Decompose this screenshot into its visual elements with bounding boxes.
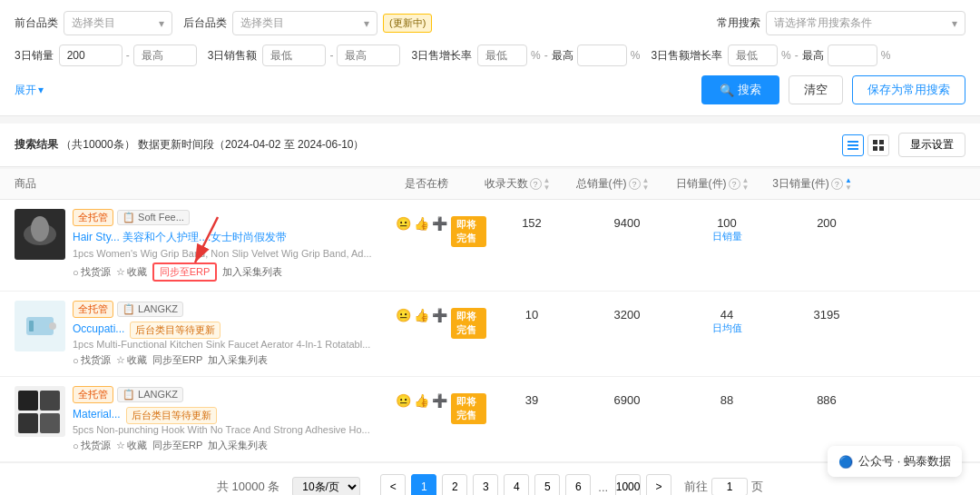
- like-icon-2[interactable]: 👍: [414, 308, 429, 322]
- prev-page-button[interactable]: <: [380, 474, 406, 495]
- backend-category-select[interactable]: 选择类目 ▾: [232, 11, 377, 35]
- tag-brand-1: 📋 Soft Fee...: [117, 210, 190, 225]
- onshelf-badge-3: 即将完售: [451, 393, 486, 424]
- circle-icon: ○: [73, 441, 79, 451]
- daily-link-2[interactable]: 日均值: [677, 322, 777, 335]
- circle-icon: ○: [73, 355, 79, 366]
- collect-2[interactable]: ☆ 收藏: [116, 353, 147, 367]
- results-info: 搜索结果 （共10000条） 数据更新时间段（2024-04-02 至 2024…: [15, 137, 365, 153]
- add-collect-list-2[interactable]: 加入采集列表: [208, 353, 268, 367]
- page-4-button[interactable]: 4: [504, 474, 529, 495]
- search-button[interactable]: 🔍 搜索: [701, 75, 779, 104]
- 3dsales-sort-icon[interactable]: ▲▼: [845, 177, 852, 192]
- star-icon: ☆: [116, 266, 125, 278]
- sales3d-filter: 3日销量 -: [15, 45, 197, 66]
- collect-3[interactable]: ☆ 收藏: [116, 439, 147, 452]
- sales3d-min-input[interactable]: [59, 45, 122, 66]
- watermark-text: 公众号 · 蚂泰数据: [858, 453, 951, 470]
- page-total: 共 10000 条: [217, 479, 279, 495]
- days-question-icon[interactable]: ?: [530, 178, 542, 190]
- clear-button[interactable]: 清空: [789, 75, 843, 104]
- sales3d-cell-2: 3195: [777, 301, 877, 322]
- product-title-2[interactable]: Occupati...: [73, 322, 124, 335]
- amount3d-min-input[interactable]: [262, 45, 326, 66]
- sync-erp-1[interactable]: 同步至ERP: [152, 262, 218, 282]
- grid-view-icon[interactable]: [867, 134, 889, 156]
- dailysales-sort-icon[interactable]: ▲▼: [742, 177, 750, 192]
- page-jump-unit: 页: [751, 479, 763, 495]
- dash-5: %: [631, 49, 641, 62]
- sync-erp-3[interactable]: 同步至ERP: [152, 439, 203, 452]
- page-last-button[interactable]: 1000: [615, 474, 641, 495]
- display-settings-button[interactable]: 显示设置: [898, 133, 965, 157]
- results-count: （共10000条）: [61, 138, 134, 151]
- find-source-3[interactable]: ○ 找货源: [73, 439, 111, 452]
- page-2-button[interactable]: 2: [442, 474, 467, 495]
- common-search-select[interactable]: 请选择常用搜索条件 ▾: [766, 11, 965, 35]
- filter-actions: 展开 ▾ 🔍 搜索 清空 保存为常用搜索: [15, 75, 965, 104]
- save-search-button[interactable]: 保存为常用搜索: [852, 75, 965, 104]
- totalsales-sort-icon[interactable]: ▲▼: [642, 177, 650, 192]
- results-header: 搜索结果 （共10000条） 数据更新时间段（2024-04-02 至 2024…: [0, 124, 980, 167]
- neutral-icon-1[interactable]: 😐: [396, 216, 411, 231]
- expand-button[interactable]: 展开 ▾: [15, 83, 44, 98]
- 3dsales-question-icon[interactable]: ?: [831, 178, 843, 190]
- col-product-header: 商品: [0, 176, 381, 192]
- days-cell-3: 39: [486, 386, 577, 407]
- table-header: 商品 是否在榜 收录天数 ? ▲▼ 总销量(件) ? ▲▼: [0, 169, 980, 200]
- svg-rect-5: [873, 146, 877, 151]
- category-select[interactable]: 选择类目 ▾: [64, 11, 172, 35]
- product-title-3[interactable]: Material...: [73, 408, 121, 421]
- days-cell-2: 10: [486, 301, 577, 322]
- like-icon-1[interactable]: 👍: [414, 216, 429, 231]
- onshelf-cell-3: 😐 👍 ➕ 即将完售: [396, 386, 486, 424]
- growth3d-min-input[interactable]: [477, 45, 527, 66]
- next-page-button[interactable]: >: [646, 474, 671, 495]
- amount-growth-max-input[interactable]: [828, 45, 877, 66]
- page-5-button[interactable]: 5: [534, 474, 560, 495]
- add-icon-2[interactable]: ➕: [432, 308, 447, 322]
- find-source-1[interactable]: ○ 找货源: [73, 262, 111, 282]
- amount-growth-min-input[interactable]: [728, 45, 778, 66]
- add-collect-list-1[interactable]: 加入采集列表: [222, 262, 282, 282]
- add-icon-1[interactable]: ➕: [432, 216, 447, 231]
- neutral-icon-2[interactable]: 😐: [396, 308, 411, 322]
- page-jump-input[interactable]: [711, 478, 748, 495]
- growth3d-max-label: 最高: [552, 48, 573, 64]
- watermark: 🔵 公众号 · 蚂泰数据: [828, 446, 962, 477]
- totalsales-cell-3: 6900: [577, 386, 677, 407]
- category-label: 前台品类: [15, 15, 58, 31]
- totalsales-cell-1: 9400: [577, 209, 677, 230]
- onshelf-badge-1: 即将完售: [451, 216, 486, 247]
- page-size-select[interactable]: 10条/页 20条/页 50条/页: [292, 477, 360, 495]
- sales3d-cell-3: 886: [777, 386, 877, 407]
- product-actions-2: ○ 找货源 ☆ 收藏 同步至ERP 加入采集列表: [73, 353, 388, 367]
- growth3d-max-input[interactable]: [577, 45, 627, 66]
- page-6-button[interactable]: 6: [565, 474, 591, 495]
- neutral-icon-3[interactable]: 😐: [396, 393, 411, 408]
- like-icon-3[interactable]: 👍: [414, 393, 429, 408]
- amount3d-range: -: [262, 45, 400, 66]
- product-table: 商品 是否在榜 收录天数 ? ▲▼ 总销量(件) ? ▲▼: [0, 169, 980, 462]
- list-view-icon[interactable]: [842, 134, 864, 156]
- star-icon: ☆: [116, 440, 125, 451]
- page-1-button[interactable]: 1: [411, 474, 436, 495]
- dailysales-question-icon[interactable]: ?: [729, 178, 740, 190]
- amount3d-max-input[interactable]: [337, 45, 400, 66]
- days-sort-icon[interactable]: ▲▼: [544, 177, 551, 192]
- sync-erp-2[interactable]: 同步至ERP: [152, 353, 203, 367]
- add-icon-3[interactable]: ➕: [432, 393, 447, 408]
- product-title-1[interactable]: Hair Sty... 美容和个人护理....女士时尚假发带: [73, 230, 381, 245]
- add-collect-list-3[interactable]: 加入采集列表: [208, 439, 268, 452]
- chevron-down-icon: ▾: [952, 17, 957, 30]
- collect-1[interactable]: ☆ 收藏: [116, 262, 147, 282]
- svg-rect-2: [848, 148, 858, 150]
- totalsales-question-icon[interactable]: ?: [629, 178, 641, 190]
- circle-icon: ○: [73, 267, 79, 278]
- daily-link-1[interactable]: 日销量: [677, 230, 777, 243]
- watermark-icon: 🔵: [838, 455, 853, 469]
- search-icon: 🔍: [720, 84, 734, 97]
- find-source-2[interactable]: ○ 找货源: [73, 353, 111, 367]
- sales3d-max-input[interactable]: [133, 45, 197, 66]
- page-3-button[interactable]: 3: [473, 474, 498, 495]
